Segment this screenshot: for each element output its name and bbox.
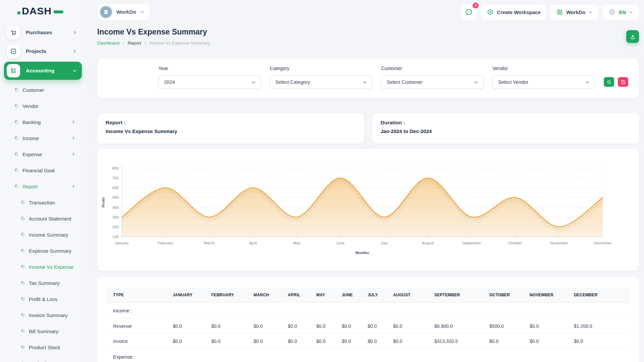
sidebar-item-label: Bill Summary (29, 328, 76, 334)
customer-select-value: Select Customer (387, 79, 423, 85)
sidebar-item-customer[interactable]: Customer (4, 82, 82, 98)
sidebar-item-vendor[interactable]: Vendor (4, 98, 82, 114)
svg-text:September: September (462, 241, 481, 245)
sidebar-item-projects[interactable]: Projects (4, 43, 82, 60)
grid-plus-icon (556, 9, 563, 15)
chevron-down-icon (588, 10, 593, 14)
customer-select[interactable]: Select Customer (381, 75, 484, 89)
sidebar-item-label: Accounting (26, 68, 72, 74)
table-row-invoice: Invoice$0.0$0.0$0.0$0.0$0.0$0.0$0.0$0.0$… (106, 334, 631, 349)
breadcrumb-dashboard[interactable]: Dashboard (97, 41, 119, 46)
chevron-right-icon (71, 184, 76, 189)
sidebar-item-income-summary[interactable]: Income Summary (4, 227, 82, 243)
bullet-icon (20, 329, 25, 334)
download-icon (630, 34, 636, 40)
apply-filter-button[interactable] (604, 77, 614, 87)
sidebar-item-label: Tax Summary (29, 280, 76, 286)
sidebar-item-bill-summary[interactable]: Bill Summary (4, 323, 82, 339)
vendor-select[interactable]: Select Vendor (492, 75, 595, 89)
sidebar-item-transaction[interactable]: Transaction (4, 194, 82, 210)
cell-value: $0.0 (392, 334, 434, 349)
plus-circle-icon (487, 9, 494, 16)
sidebar-item-profit-loss[interactable]: Profit & Loss (4, 291, 82, 307)
bullet-icon (20, 232, 25, 237)
cell-value: $0.0 (253, 334, 287, 349)
sidebar-item-cash-flow[interactable]: Cash Flow (4, 355, 82, 362)
bullet-icon (14, 184, 19, 189)
app-root: DASH PurchasesProjectsAccountingCustomer… (0, 0, 644, 362)
bullet-icon (14, 104, 19, 108)
search-icon (606, 79, 612, 85)
bullet-icon (20, 248, 25, 253)
category-select[interactable]: Select Category (270, 75, 372, 89)
row-type: Invoice (106, 334, 172, 349)
cell-value: $0.0 (367, 334, 392, 349)
sidebar-item-banking[interactable]: Banking (4, 114, 82, 130)
filter-panel: Year 2024 Category Select Category Custo… (97, 58, 639, 98)
cell-value: $0.0 (172, 319, 211, 334)
column-header-february: FEBRUARY (211, 288, 253, 303)
breadcrumb-separator (123, 41, 124, 46)
chevron-down-icon (251, 80, 256, 85)
report-card: Report : Income Vs Expense Summary (97, 113, 364, 143)
sidebar-item-product-stock[interactable]: Product Stock (4, 339, 82, 355)
sidebar-item-label: Cash Flow (29, 361, 76, 362)
year-select[interactable]: 2024 (158, 75, 261, 89)
bullet-icon (20, 264, 25, 269)
cell-value: $6,900.0 (434, 319, 489, 334)
svg-text:200: 200 (112, 225, 119, 229)
messages-button[interactable]: 0 (461, 5, 477, 20)
chevron-right-icon (71, 136, 76, 140)
workspace-switcher[interactable]: WorkDo (97, 4, 150, 20)
logo-dash-icon (53, 10, 63, 13)
cell-value: $0.0 (489, 334, 529, 349)
main-content: WorkDo 0 Create Workspace (86, 0, 644, 362)
create-workspace-button[interactable]: Create Workspace (481, 5, 546, 20)
cell-value: $0.0 (172, 334, 211, 349)
cell-value: $0.0 (253, 319, 287, 334)
svg-text:May: May (293, 241, 301, 245)
workspace-name: WorkDo (116, 9, 136, 15)
workspace-avatar (99, 5, 113, 19)
svg-text:600: 600 (112, 186, 119, 190)
language-menu[interactable]: EN (603, 5, 639, 20)
download-button[interactable] (626, 30, 639, 43)
table-row-revenue: Revenue$0.0$0.0$0.0$0.0$0.0$0.0$0.0$0.0$… (106, 319, 631, 334)
bullet-icon (14, 136, 19, 140)
svg-text:January: January (115, 241, 129, 245)
sidebar-item-income[interactable]: Income (4, 130, 82, 146)
svg-text:Profit: Profit (101, 197, 105, 207)
filter-vendor: Vendor Select Vendor (492, 66, 595, 89)
bullet-icon (14, 120, 19, 124)
chevron-down-icon (474, 80, 479, 85)
sidebar-item-income-vs-expense[interactable]: Income Vs Expense (4, 259, 82, 275)
cell-value: $0.0 (341, 319, 367, 334)
column-header-april: APRIL (287, 288, 316, 303)
reset-filter-button[interactable] (618, 77, 628, 87)
sidebar-item-invoice-summary[interactable]: Invoice Summary (4, 307, 82, 323)
table-body: Income :Revenue$0.0$0.0$0.0$0.0$0.0$0.0$… (106, 303, 631, 362)
sidebar-item-expense[interactable]: Expense (4, 146, 82, 162)
svg-text:October: October (508, 241, 522, 245)
column-header-type: TYPE (106, 288, 172, 303)
sidebar-item-financial-goal[interactable]: Financial Goal (4, 162, 82, 178)
sidebar-item-purchases[interactable]: Purchases (4, 24, 82, 41)
logo-text: DASH (22, 5, 52, 17)
report-card-value: Income Vs Expense Summary (106, 128, 356, 134)
sidebar-item-accounting[interactable]: Accounting (4, 62, 82, 80)
svg-text:June: June (336, 241, 344, 245)
sidebar: DASH PurchasesProjectsAccountingCustomer… (0, 0, 86, 362)
brand-logo[interactable]: DASH (0, 0, 86, 22)
breadcrumb-report[interactable]: Report (127, 41, 141, 46)
sidebar-item-account-statement[interactable]: Account Statement (4, 210, 82, 227)
cell-value: $500.0 (489, 319, 529, 334)
chevron-down-icon (362, 80, 367, 85)
bullet-icon (20, 216, 25, 221)
sidebar-item-report[interactable]: Report (4, 178, 82, 194)
building-icon (102, 8, 110, 16)
column-header-june: JUNE (341, 288, 367, 303)
sidebar-item-expense-summary[interactable]: Expense Summary (4, 243, 82, 259)
column-header-july: JULY (367, 288, 392, 303)
sidebar-item-tax-summary[interactable]: Tax Summary (4, 275, 82, 291)
workspace-menu[interactable]: WorkDo (551, 5, 598, 20)
